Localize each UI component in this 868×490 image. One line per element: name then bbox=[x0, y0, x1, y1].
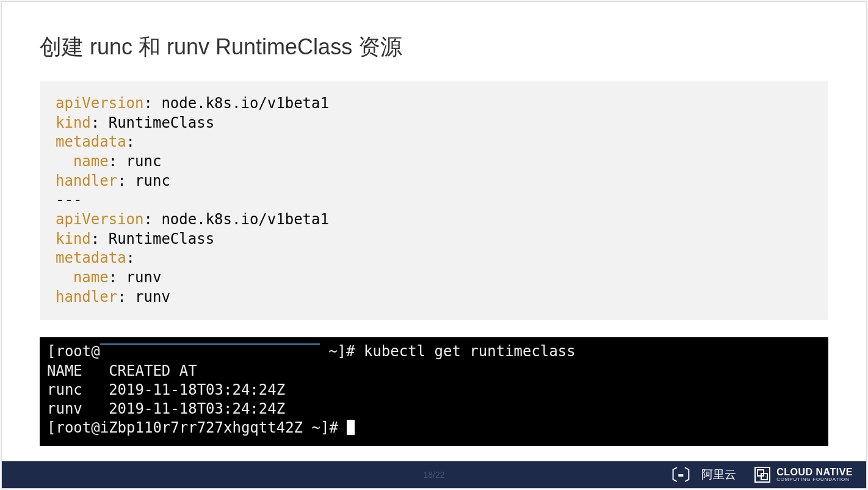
yaml-key: name bbox=[56, 269, 109, 286]
redacted-hostname bbox=[100, 343, 320, 359]
yaml-separator: --- bbox=[56, 191, 82, 208]
slide-footer: 18/22 〔-〕 阿里云 CLOUD NATIVE COMPUTING FOU… bbox=[2, 461, 866, 488]
slide: 创建 runc 和 runv RuntimeClass 资源 apiVersio… bbox=[1, 1, 867, 489]
yaml-key: handler bbox=[56, 172, 117, 189]
yaml-value: : RuntimeClass bbox=[91, 114, 214, 131]
cncf-main-text: CLOUD NATIVE bbox=[776, 467, 853, 477]
cncf-text: CLOUD NATIVE COMPUTING FOUNDATION bbox=[776, 467, 853, 482]
yaml-key: metadata bbox=[56, 133, 126, 150]
alibaba-bracket-icon: 〔-〕 bbox=[663, 464, 697, 486]
yaml-key: kind bbox=[56, 230, 91, 247]
yaml-code-block: apiVersion: node.k8s.io/v1beta1 kind: Ru… bbox=[40, 81, 828, 320]
yaml-value: : RuntimeClass bbox=[91, 230, 214, 247]
yaml-key: apiVersion bbox=[56, 95, 144, 112]
yaml-key: apiVersion bbox=[56, 211, 144, 228]
yaml-key: name bbox=[56, 153, 109, 170]
term-prompt: [root@iZbp110r7rr727xhgqtt42Z ~]# bbox=[47, 419, 347, 436]
yaml-value: : bbox=[126, 133, 135, 150]
cncf-logo: CLOUD NATIVE COMPUTING FOUNDATION bbox=[754, 467, 853, 483]
term-row: runc 2019-11-18T03:24:24Z bbox=[47, 381, 285, 398]
term-row: runv 2019-11-18T03:24:24Z bbox=[47, 400, 285, 417]
page-number: 18/22 bbox=[423, 470, 444, 480]
alibaba-text: 阿里云 bbox=[701, 467, 736, 483]
term-header: NAME CREATED AT bbox=[47, 362, 197, 379]
slide-title: 创建 runc 和 runv RuntimeClass 资源 bbox=[2, 2, 866, 62]
yaml-value: : runc bbox=[117, 172, 170, 189]
terminal-output: [root@ ~]# kubectl get runtimeclass NAME… bbox=[40, 337, 828, 446]
yaml-value: : node.k8s.io/v1beta1 bbox=[144, 211, 329, 228]
yaml-value: : runv bbox=[109, 269, 162, 286]
yaml-value: : node.k8s.io/v1beta1 bbox=[144, 95, 329, 112]
yaml-key: kind bbox=[56, 114, 91, 131]
yaml-key: metadata bbox=[56, 249, 126, 266]
footer-logos: 〔-〕 阿里云 CLOUD NATIVE COMPUTING FOUNDATIO… bbox=[663, 464, 853, 486]
term-prompt-prefix: [root@ bbox=[47, 343, 100, 360]
cncf-sub-text: COMPUTING FOUNDATION bbox=[776, 477, 853, 482]
yaml-key: handler bbox=[56, 288, 117, 305]
alibaba-cloud-logo: 〔-〕 阿里云 bbox=[663, 464, 737, 486]
term-command: ~]# kubectl get runtimeclass bbox=[320, 343, 576, 360]
yaml-value: : runv bbox=[117, 288, 170, 305]
yaml-value: : bbox=[126, 249, 135, 266]
cncf-icon bbox=[754, 467, 770, 483]
yaml-value: : runc bbox=[109, 153, 162, 170]
terminal-cursor-icon bbox=[347, 420, 355, 435]
